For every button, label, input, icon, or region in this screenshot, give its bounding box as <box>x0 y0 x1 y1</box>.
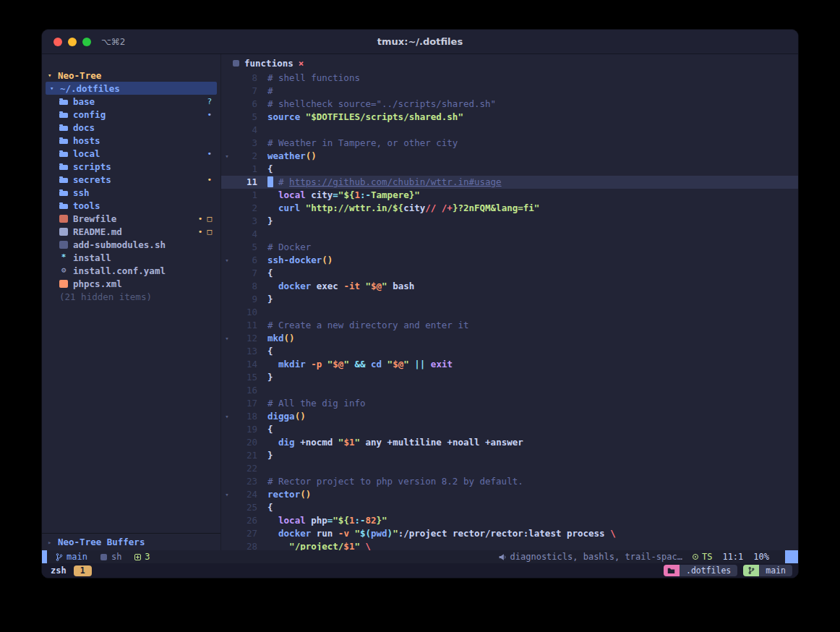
git-branch-indicator[interactable]: main <box>56 552 87 562</box>
git-status-badge: • <box>207 176 212 184</box>
tree-item-add-submodules.sh[interactable]: add-submodules.sh <box>42 238 220 251</box>
code-line[interactable]: 7{ <box>221 267 798 280</box>
lsp-announce-icon <box>498 553 506 561</box>
code-text: # Rector project to php version 8.2 by d… <box>267 475 523 488</box>
filetype-label: sh <box>111 552 121 562</box>
code-line[interactable]: 14 mkdir -p "$@" && cd "$@" || exit <box>221 358 798 371</box>
fold-chevron-icon[interactable]: ▾ <box>221 254 233 267</box>
code-line[interactable]: 25{ <box>221 501 798 514</box>
code-line[interactable]: 5source "$DOTFILES/scripts/shared.sh" <box>221 111 798 124</box>
fold-column <box>221 397 233 410</box>
code-line[interactable]: 20 dig +nocmd "$1" any +multiline +noall… <box>221 436 798 449</box>
tree-item-label: base <box>73 96 95 107</box>
fold-chevron-icon[interactable]: ▾ <box>221 488 233 501</box>
line-number: 27 <box>233 527 267 540</box>
code-line[interactable]: 3} <box>221 215 798 228</box>
code-text: # All the dig info <box>267 397 365 410</box>
fold-chevron-icon[interactable]: ▾ <box>221 410 233 423</box>
tmux-window-badge[interactable]: 1 <box>74 565 92 576</box>
code-line[interactable]: 7# <box>221 85 798 98</box>
statusline: main sh 3 diagnosticls, bashls, trail-sp… <box>42 550 798 563</box>
fold-column <box>221 371 233 384</box>
line-number: 2 <box>233 202 267 215</box>
code-line[interactable]: 23# Rector project to php version 8.2 by… <box>221 475 798 488</box>
tree-item-docs[interactable]: docs <box>42 121 220 134</box>
tree-item-secrets[interactable]: secrets• <box>42 173 220 186</box>
tree-item-scripts[interactable]: scripts <box>42 160 220 173</box>
fold-column <box>221 423 233 436</box>
code-line[interactable]: 1 local city="${1:-Tampere}" <box>221 189 798 202</box>
code-line[interactable]: 6# shellcheck source="../scripts/shared.… <box>221 98 798 111</box>
tree-item-base[interactable]: base? <box>42 95 220 108</box>
line-number: 4 <box>233 124 267 137</box>
fold-chevron-icon[interactable]: ▾ <box>221 150 233 163</box>
tree-item-config[interactable]: config• <box>42 108 220 121</box>
line-number: 20 <box>233 436 267 449</box>
code-line[interactable]: ▾6ssh-docker() <box>221 254 798 267</box>
code-line[interactable]: 3# Weather in Tampere, or other city <box>221 137 798 150</box>
tree-item-phpcs.xml[interactable]: phpcs.xml <box>42 277 220 290</box>
code-line[interactable]: ▾18digga() <box>221 410 798 423</box>
code-line[interactable]: 15} <box>221 371 798 384</box>
line-number: 8 <box>233 72 267 85</box>
tree-item-tools[interactable]: tools <box>42 199 220 212</box>
tree-item-ssh[interactable]: ssh <box>42 186 220 199</box>
code-line[interactable]: 21} <box>221 449 798 462</box>
zoom-window-button[interactable] <box>82 38 91 46</box>
fold-column <box>221 449 233 462</box>
tab-functions[interactable]: functions <box>244 58 293 69</box>
tab-close-icon[interactable]: × <box>299 58 304 69</box>
code-line[interactable]: 4 <box>221 124 798 137</box>
fold-column <box>221 436 233 449</box>
code-line[interactable]: 16 <box>221 384 798 397</box>
titlebar[interactable]: ⌥⌘2 tmux:~/.dotfiles <box>42 30 798 54</box>
line-number: 12 <box>233 332 267 345</box>
code-text: { <box>267 423 273 436</box>
git-added-count: 3 <box>134 552 150 562</box>
neotree-source-header[interactable]: ▾ Neo-Tree <box>42 69 220 82</box>
filetype-icon <box>100 554 107 560</box>
code-area[interactable]: 8# shell functions7#6# shellcheck source… <box>221 72 798 550</box>
code-line[interactable]: 5# Docker <box>221 241 798 254</box>
code-line[interactable]: 13{ <box>221 345 798 358</box>
folder-icon <box>664 565 680 576</box>
code-line[interactable]: ▾12mkd() <box>221 332 798 345</box>
code-line[interactable]: 11# Create a new directory and enter it <box>221 319 798 332</box>
code-line-current[interactable]: 11 # https://github.com/chubin/wttr.in#u… <box>221 176 798 189</box>
fold-column <box>221 111 233 124</box>
tree-item-install.conf.yaml[interactable]: ⚙install.conf.yaml <box>42 264 220 277</box>
code-line[interactable]: 28 "/project/$1" \ <box>221 540 798 550</box>
code-line[interactable]: 1{ <box>221 163 798 176</box>
fold-chevron-icon[interactable]: ▾ <box>221 332 233 345</box>
code-line[interactable]: 17# All the dig info <box>221 397 798 410</box>
close-window-button[interactable] <box>53 38 62 46</box>
neotree-buffers-header[interactable]: ▸ Neo-Tree Buffers <box>42 533 220 550</box>
code-line[interactable]: 2 curl "http://wttr.in/${city// /+}?2nFQ… <box>221 202 798 215</box>
minimize-window-button[interactable] <box>68 38 77 46</box>
code-line[interactable]: 8 docker exec -it "$@" bash <box>221 280 798 293</box>
code-line[interactable]: 27 docker run -v "$(pwd)":/project recto… <box>221 527 798 540</box>
buffers-title: Neo-Tree Buffers <box>58 537 145 547</box>
code-line[interactable]: 19{ <box>221 423 798 436</box>
tree-item-hosts[interactable]: hosts <box>42 134 220 147</box>
git-status-badges: • <box>207 150 212 158</box>
line-number: 2 <box>233 150 267 163</box>
code-line[interactable]: 10 <box>221 306 798 319</box>
code-line[interactable]: 26 local php="${1:-82}" <box>221 514 798 527</box>
chevron-down-icon: ▾ <box>48 72 58 79</box>
code-line[interactable]: ▾2weather() <box>221 150 798 163</box>
fold-column <box>221 384 233 397</box>
git-status-badges: •□ <box>198 215 212 223</box>
code-text: # Weather in Tampere, or other city <box>267 137 458 150</box>
tree-item-local[interactable]: local• <box>42 147 220 160</box>
code-line[interactable]: ▾24rector() <box>221 488 798 501</box>
code-line[interactable]: 9} <box>221 293 798 306</box>
tree-root-dotfiles[interactable]: ▾ ~/.dotfiles <box>46 82 217 95</box>
code-line[interactable]: 4 <box>221 228 798 241</box>
line-number: 18 <box>233 410 267 423</box>
tree-item-Brewfile[interactable]: Brewfile•□ <box>42 212 220 225</box>
code-line[interactable]: 8# shell functions <box>221 72 798 85</box>
tree-item-install[interactable]: *install <box>42 251 220 264</box>
tree-item-README.md[interactable]: README.md•□ <box>42 225 220 238</box>
code-line[interactable]: 22 <box>221 462 798 475</box>
